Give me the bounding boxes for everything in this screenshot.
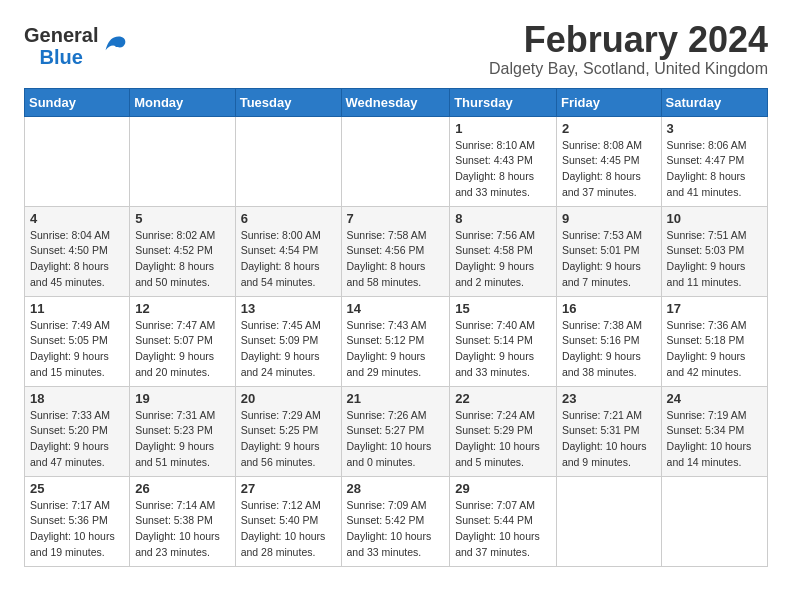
day-info: Sunrise: 7:31 AMSunset: 5:23 PMDaylight:… [135, 408, 229, 471]
calendar-cell: 14Sunrise: 7:43 AMSunset: 5:12 PMDayligh… [341, 296, 450, 386]
day-info: Sunrise: 7:29 AMSunset: 5:25 PMDaylight:… [241, 408, 336, 471]
calendar-cell: 15Sunrise: 7:40 AMSunset: 5:14 PMDayligh… [450, 296, 557, 386]
day-info: Sunrise: 7:40 AMSunset: 5:14 PMDaylight:… [455, 318, 551, 381]
day-number: 5 [135, 211, 229, 226]
weekday-header-tuesday: Tuesday [235, 88, 341, 116]
calendar-week-2: 4Sunrise: 8:04 AMSunset: 4:50 PMDaylight… [25, 206, 768, 296]
day-number: 25 [30, 481, 124, 496]
calendar-table: SundayMondayTuesdayWednesdayThursdayFrid… [24, 88, 768, 567]
calendar-cell [130, 116, 235, 206]
day-info: Sunrise: 7:49 AMSunset: 5:05 PMDaylight:… [30, 318, 124, 381]
day-info: Sunrise: 7:17 AMSunset: 5:36 PMDaylight:… [30, 498, 124, 561]
day-number: 26 [135, 481, 229, 496]
calendar-cell: 17Sunrise: 7:36 AMSunset: 5:18 PMDayligh… [661, 296, 767, 386]
day-number: 12 [135, 301, 229, 316]
day-info: Sunrise: 7:09 AMSunset: 5:42 PMDaylight:… [347, 498, 445, 561]
day-info: Sunrise: 8:08 AMSunset: 4:45 PMDaylight:… [562, 138, 656, 201]
day-number: 14 [347, 301, 445, 316]
calendar-cell: 4Sunrise: 8:04 AMSunset: 4:50 PMDaylight… [25, 206, 130, 296]
calendar-week-3: 11Sunrise: 7:49 AMSunset: 5:05 PMDayligh… [25, 296, 768, 386]
day-number: 17 [667, 301, 762, 316]
weekday-header-sunday: Sunday [25, 88, 130, 116]
day-number: 8 [455, 211, 551, 226]
day-info: Sunrise: 7:12 AMSunset: 5:40 PMDaylight:… [241, 498, 336, 561]
calendar-cell: 12Sunrise: 7:47 AMSunset: 5:07 PMDayligh… [130, 296, 235, 386]
calendar-cell: 3Sunrise: 8:06 AMSunset: 4:47 PMDaylight… [661, 116, 767, 206]
day-info: Sunrise: 8:04 AMSunset: 4:50 PMDaylight:… [30, 228, 124, 291]
page: General Blue February 2024 Dalgety Bay, … [0, 0, 792, 583]
day-number: 4 [30, 211, 124, 226]
calendar-week-4: 18Sunrise: 7:33 AMSunset: 5:20 PMDayligh… [25, 386, 768, 476]
day-info: Sunrise: 7:47 AMSunset: 5:07 PMDaylight:… [135, 318, 229, 381]
day-number: 22 [455, 391, 551, 406]
calendar-cell: 29Sunrise: 7:07 AMSunset: 5:44 PMDayligh… [450, 476, 557, 566]
day-info: Sunrise: 7:33 AMSunset: 5:20 PMDaylight:… [30, 408, 124, 471]
day-info: Sunrise: 7:14 AMSunset: 5:38 PMDaylight:… [135, 498, 229, 561]
day-number: 3 [667, 121, 762, 136]
weekday-header-friday: Friday [556, 88, 661, 116]
calendar-cell [556, 476, 661, 566]
day-number: 6 [241, 211, 336, 226]
title-area: February 2024 Dalgety Bay, Scotland, Uni… [489, 20, 768, 78]
day-info: Sunrise: 8:00 AMSunset: 4:54 PMDaylight:… [241, 228, 336, 291]
calendar-cell: 22Sunrise: 7:24 AMSunset: 5:29 PMDayligh… [450, 386, 557, 476]
calendar-cell: 6Sunrise: 8:00 AMSunset: 4:54 PMDaylight… [235, 206, 341, 296]
header: General Blue February 2024 Dalgety Bay, … [24, 20, 768, 78]
day-info: Sunrise: 7:43 AMSunset: 5:12 PMDaylight:… [347, 318, 445, 381]
logo: General Blue [24, 24, 128, 68]
calendar-week-5: 25Sunrise: 7:17 AMSunset: 5:36 PMDayligh… [25, 476, 768, 566]
calendar-cell: 2Sunrise: 8:08 AMSunset: 4:45 PMDaylight… [556, 116, 661, 206]
day-number: 27 [241, 481, 336, 496]
calendar-cell: 16Sunrise: 7:38 AMSunset: 5:16 PMDayligh… [556, 296, 661, 386]
logo-bird-icon [100, 32, 128, 60]
logo-blue: Blue [40, 46, 83, 68]
day-number: 29 [455, 481, 551, 496]
day-info: Sunrise: 7:24 AMSunset: 5:29 PMDaylight:… [455, 408, 551, 471]
calendar-cell: 1Sunrise: 8:10 AMSunset: 4:43 PMDaylight… [450, 116, 557, 206]
day-number: 24 [667, 391, 762, 406]
calendar-cell: 21Sunrise: 7:26 AMSunset: 5:27 PMDayligh… [341, 386, 450, 476]
calendar-cell: 24Sunrise: 7:19 AMSunset: 5:34 PMDayligh… [661, 386, 767, 476]
day-number: 11 [30, 301, 124, 316]
page-subtitle: Dalgety Bay, Scotland, United Kingdom [489, 60, 768, 78]
day-info: Sunrise: 7:19 AMSunset: 5:34 PMDaylight:… [667, 408, 762, 471]
logo-general: General [24, 24, 98, 46]
day-info: Sunrise: 7:51 AMSunset: 5:03 PMDaylight:… [667, 228, 762, 291]
day-info: Sunrise: 7:58 AMSunset: 4:56 PMDaylight:… [347, 228, 445, 291]
weekday-header-wednesday: Wednesday [341, 88, 450, 116]
day-number: 23 [562, 391, 656, 406]
day-number: 2 [562, 121, 656, 136]
calendar-cell [25, 116, 130, 206]
day-info: Sunrise: 7:36 AMSunset: 5:18 PMDaylight:… [667, 318, 762, 381]
day-number: 9 [562, 211, 656, 226]
day-info: Sunrise: 7:26 AMSunset: 5:27 PMDaylight:… [347, 408, 445, 471]
weekday-header-saturday: Saturday [661, 88, 767, 116]
calendar-cell: 7Sunrise: 7:58 AMSunset: 4:56 PMDaylight… [341, 206, 450, 296]
calendar-cell: 23Sunrise: 7:21 AMSunset: 5:31 PMDayligh… [556, 386, 661, 476]
day-number: 21 [347, 391, 445, 406]
day-number: 28 [347, 481, 445, 496]
day-number: 10 [667, 211, 762, 226]
calendar-cell: 18Sunrise: 7:33 AMSunset: 5:20 PMDayligh… [25, 386, 130, 476]
calendar-cell: 27Sunrise: 7:12 AMSunset: 5:40 PMDayligh… [235, 476, 341, 566]
calendar-week-1: 1Sunrise: 8:10 AMSunset: 4:43 PMDaylight… [25, 116, 768, 206]
calendar-cell: 19Sunrise: 7:31 AMSunset: 5:23 PMDayligh… [130, 386, 235, 476]
day-info: Sunrise: 7:53 AMSunset: 5:01 PMDaylight:… [562, 228, 656, 291]
day-number: 13 [241, 301, 336, 316]
calendar-cell: 26Sunrise: 7:14 AMSunset: 5:38 PMDayligh… [130, 476, 235, 566]
day-info: Sunrise: 8:10 AMSunset: 4:43 PMDaylight:… [455, 138, 551, 201]
day-info: Sunrise: 8:02 AMSunset: 4:52 PMDaylight:… [135, 228, 229, 291]
day-number: 1 [455, 121, 551, 136]
day-info: Sunrise: 7:38 AMSunset: 5:16 PMDaylight:… [562, 318, 656, 381]
day-info: Sunrise: 7:56 AMSunset: 4:58 PMDaylight:… [455, 228, 551, 291]
weekday-header-thursday: Thursday [450, 88, 557, 116]
day-number: 20 [241, 391, 336, 406]
day-info: Sunrise: 7:45 AMSunset: 5:09 PMDaylight:… [241, 318, 336, 381]
day-number: 16 [562, 301, 656, 316]
calendar-cell: 11Sunrise: 7:49 AMSunset: 5:05 PMDayligh… [25, 296, 130, 386]
calendar-cell: 5Sunrise: 8:02 AMSunset: 4:52 PMDaylight… [130, 206, 235, 296]
calendar-cell [661, 476, 767, 566]
day-info: Sunrise: 7:21 AMSunset: 5:31 PMDaylight:… [562, 408, 656, 471]
calendar-cell: 25Sunrise: 7:17 AMSunset: 5:36 PMDayligh… [25, 476, 130, 566]
calendar-cell [235, 116, 341, 206]
